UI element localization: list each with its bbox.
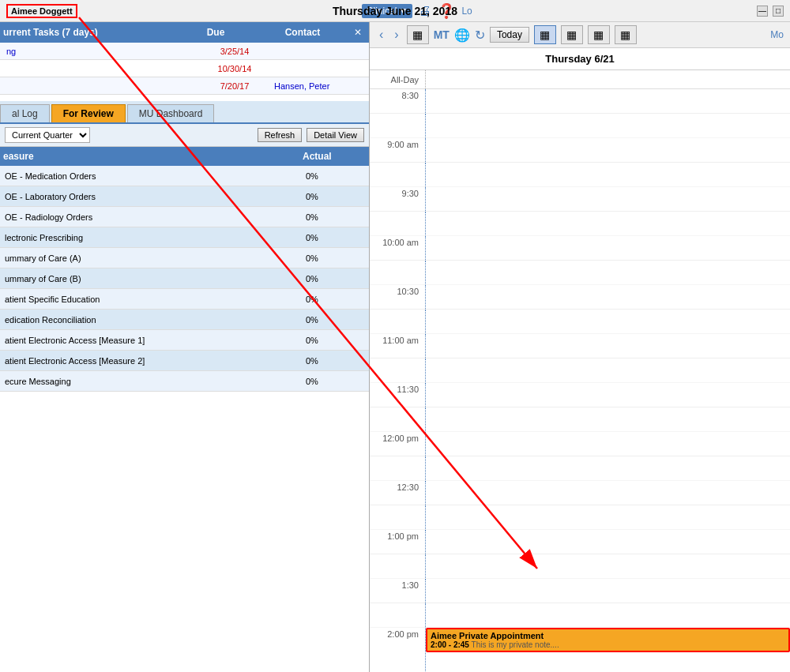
time-label-1230: 12:30 [370, 481, 425, 505]
prev-button[interactable]: ‹ [376, 28, 386, 42]
slot-content-1015[interactable] [425, 261, 790, 284]
tab-mu-dashboard[interactable]: MU Dashboard [127, 104, 215, 122]
time-slot-1000[interactable]: 10:00 am [370, 236, 790, 261]
next-button[interactable]: › [391, 28, 401, 42]
time-slot-945[interactable] [370, 212, 790, 236]
slot-content-115[interactable] [425, 554, 790, 578]
tab-for-review[interactable]: For Review [51, 104, 126, 122]
calendar-body[interactable]: All-Day 8:30 9:00 am [370, 70, 790, 672]
time-slot-1015[interactable] [370, 261, 790, 285]
measure-actual: 0% [306, 212, 369, 222]
time-slot-1030[interactable]: 10:30 [370, 285, 790, 310]
tasks-close-icon[interactable]: ✕ [350, 27, 366, 38]
month-view-button[interactable]: ▦ [588, 25, 610, 44]
time-slot-1245[interactable] [370, 505, 790, 530]
slot-content-845[interactable] [425, 114, 790, 137]
week-view-button[interactable]: ▦ [561, 25, 583, 44]
tab-al-log[interactable]: al Log [0, 104, 50, 122]
time-label-115 [370, 554, 425, 578]
slot-content-1200[interactable] [425, 432, 790, 456]
tabs-bar: al Log For Review MU Dashboard [0, 101, 369, 124]
slot-content-930[interactable] [425, 187, 790, 211]
task-name[interactable]: ng [0, 47, 195, 56]
slot-content-1100[interactable] [425, 334, 790, 358]
time-label-1100: 11:00 am [370, 334, 425, 358]
task-contact[interactable]: Hansen, Peter [274, 81, 369, 91]
slot-content-1030[interactable] [425, 285, 790, 309]
time-slot-1100[interactable]: 11:00 am [370, 334, 790, 359]
time-label-945 [370, 212, 425, 235]
measure-actual: 0% [306, 377, 369, 386]
dashboard-section: Current Quarter Refresh Detail View easu… [0, 124, 369, 672]
logout-label[interactable]: Lo [461, 6, 472, 17]
right-panel: ‹ › ▦ MT 🌐 ↻ Today ▦ ▦ ▦ ▦ Mo Thursday 6… [370, 22, 790, 672]
measure-col-header: easure [3, 151, 303, 162]
slot-content-1145[interactable] [425, 407, 790, 431]
time-label-830: 8:30 [370, 89, 425, 113]
title-bar: Aimee Doggett Thursday June 21, 2018 Cli… [0, 0, 790, 22]
time-slot-115[interactable] [370, 554, 790, 579]
day-view-button[interactable]: ▦ [534, 25, 556, 44]
measure-actual: 0% [306, 233, 369, 242]
slot-content-145[interactable] [425, 603, 790, 627]
appointment-block[interactable]: Aimee Private Appointment 2:00 - 2:45 Th… [426, 628, 790, 652]
actual-col-header: Actual [303, 151, 366, 162]
slot-content-830[interactable] [425, 89, 790, 113]
time-slot-930[interactable]: 9:30 [370, 187, 790, 212]
more-button[interactable]: Mo [770, 29, 784, 40]
measure-row: lectronic Prescribing 0% [0, 227, 369, 248]
appointment-note: This is my private note.... [472, 640, 559, 649]
slot-content-1130[interactable] [425, 383, 790, 407]
detail-view-button[interactable]: Detail View [307, 128, 364, 142]
slot-content-200pm[interactable]: Aimee Private Appointment 2:00 - 2:45 Th… [425, 628, 790, 672]
globe-icon: 🌐 [454, 28, 470, 43]
measure-row: ummary of Care (B) 0% [0, 268, 369, 289]
measure-name: lectronic Prescribing [0, 233, 306, 242]
refresh-button[interactable]: Refresh [258, 128, 303, 142]
time-label-930: 9:30 [370, 187, 425, 211]
task-due: 3/25/14 [195, 47, 274, 56]
table-row: 7/20/17 Hansen, Peter [0, 77, 369, 95]
time-slot-915[interactable] [370, 163, 790, 187]
slot-content-130pm[interactable] [425, 579, 790, 603]
time-slot-900[interactable]: 9:00 am [370, 138, 790, 163]
time-slot-1200[interactable]: 12:00 pm [370, 432, 790, 456]
time-slot-100[interactable]: 1:00 pm [370, 530, 790, 554]
measure-row: atient Electronic Access [Measure 1] 0% [0, 330, 369, 351]
time-slot-830[interactable]: 8:30 [370, 89, 790, 114]
time-slot-200[interactable]: 2:00 pm Aimee Private Appointment 2:00 -… [370, 628, 790, 672]
measure-actual: 0% [306, 336, 369, 345]
maximize-button[interactable]: □ [773, 6, 784, 17]
time-slot-1045[interactable] [370, 310, 790, 334]
slot-content-1000[interactable] [425, 236, 790, 260]
task-due: 10/30/14 [195, 64, 274, 73]
refresh-icon[interactable]: ↻ [475, 28, 485, 43]
time-slot-1115[interactable] [370, 359, 790, 383]
time-slot-845[interactable] [370, 114, 790, 138]
minimize-button[interactable]: — [757, 6, 768, 17]
slot-content-900[interactable] [425, 138, 790, 162]
time-slot-1130[interactable]: 11:30 [370, 383, 790, 407]
today-button[interactable]: Today [490, 27, 529, 43]
slot-content-1045[interactable] [425, 310, 790, 333]
time-slot-130[interactable]: 1:30 [370, 579, 790, 603]
slot-content-100pm[interactable] [425, 530, 790, 554]
quarter-select[interactable]: Current Quarter [5, 127, 90, 143]
slot-content-1215[interactable] [425, 456, 790, 480]
measure-name: ummary of Care (B) [0, 274, 306, 283]
calendar-grid-icon[interactable]: ▦ [407, 25, 429, 44]
tab-al-log-label: al Log [12, 108, 38, 119]
time-slot-145[interactable] [370, 603, 790, 628]
slot-content-945[interactable] [425, 212, 790, 235]
time-slot-1230[interactable]: 12:30 [370, 481, 790, 505]
today-label: Today [497, 29, 522, 40]
schedule-view-button[interactable]: ▦ [615, 25, 637, 44]
time-slot-1145[interactable] [370, 407, 790, 432]
time-label-100pm: 1:00 pm [370, 530, 425, 554]
slot-content-1115[interactable] [425, 359, 790, 382]
slot-content-1230[interactable] [425, 481, 790, 505]
slot-content-1245[interactable] [425, 505, 790, 529]
measure-actual: 0% [306, 274, 369, 283]
slot-content-915[interactable] [425, 163, 790, 186]
time-slot-1215[interactable] [370, 456, 790, 481]
